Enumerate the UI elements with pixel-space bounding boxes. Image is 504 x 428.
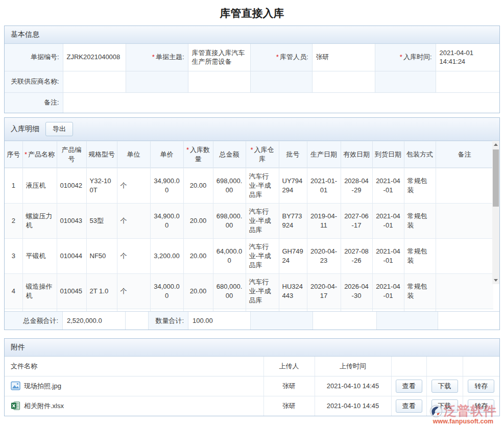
upload-time: 2021-04-10 14:45	[315, 376, 391, 396]
totals-row: 总金额合计: 2,520,000.0 数量合计: 100.00	[5, 311, 499, 330]
view-button[interactable]: 查看	[396, 380, 422, 393]
table-row[interactable]: 3平锻机010044NF50个 3,200.0020.0064,000.00 汽…	[5, 239, 493, 274]
attachments-title: 附件	[11, 343, 25, 352]
in-time-value[interactable]: 2021-04-01 14:41:24	[436, 44, 499, 71]
col-amount: 总金额	[213, 141, 246, 168]
col-upload-time: 上传时间	[315, 357, 391, 376]
col-unit: 单位	[117, 141, 150, 168]
col-seq: 序号	[5, 141, 22, 168]
subject-label: *单据主题:	[126, 44, 188, 71]
col-valid-date: 有效日期	[341, 141, 372, 168]
detail-grid-header: 序号 *产品名称 产品编号 规格型号 单位 单价 *入库数量 总金额 *入库仓库…	[5, 141, 494, 168]
col-remark: 备注	[436, 141, 493, 168]
attachment-row: 现场拍照.jpg 张研 2021-04-10 14:45 查看 下载 转存	[5, 376, 499, 396]
col-qty: *入库数量	[183, 141, 213, 168]
basic-info-panel: 基本信息 单据编号: ZJRK2021040008 *单据主题: 库管直接入库汽…	[4, 26, 500, 113]
required-asterisk: *	[250, 146, 253, 154]
export-button[interactable]: 导出	[45, 122, 73, 136]
total-qty-label: 数量合计:	[149, 312, 188, 330]
col-packing: 包装方式	[404, 141, 436, 168]
image-file-icon	[11, 381, 20, 391]
col-arrive-date: 到货日期	[372, 141, 404, 168]
subject-value[interactable]: 库管直接入库汽车生产所需设备	[188, 44, 250, 71]
required-asterisk: *	[400, 53, 402, 61]
excel-file-icon	[11, 401, 20, 411]
download-button[interactable]: 下载	[431, 399, 458, 413]
doc-no-value[interactable]: ZJRK2021040008	[63, 44, 126, 71]
col-spec: 规格型号	[86, 141, 117, 168]
file-name-link[interactable]: 现场拍照.jpg	[24, 382, 61, 391]
save-as-button[interactable]: 转存	[468, 380, 494, 393]
attachments-table: 文件名称 上传人 上传时间 现场拍照.jpg 张研 2021-04-10 14:…	[5, 357, 499, 416]
basic-info-header: 基本信息	[5, 26, 499, 44]
supplier-value[interactable]	[63, 71, 126, 92]
attachments-panel: 附件 文件名称 上传人 上传时间 现场拍照.jpg 张研 2021-04-10 …	[4, 338, 500, 416]
page: 库管直接入库 基本信息 单据编号: ZJRK2021040008 *单据主题: …	[0, 0, 504, 428]
total-amount-value: 2,520,000.0	[63, 312, 126, 330]
scrollbar-thumb[interactable]	[493, 149, 499, 207]
basic-info-form: 单据编号: ZJRK2021040008 *单据主题: 库管直接入库汽车生产所需…	[5, 44, 499, 113]
detail-header: 入库明细 导出	[5, 118, 499, 141]
table-row[interactable]: 1液压机010042Y32-100T个 34,900.0020.00698,00…	[5, 168, 493, 204]
upload-time: 2021-04-10 14:45	[315, 396, 391, 416]
remark-value[interactable]	[63, 92, 499, 113]
detail-panel: 入库明细 导出 序号 *产品名称 产品编号 规格型号 单位 单价 *入库数量 总…	[4, 117, 500, 330]
save-as-button[interactable]: 转存	[468, 399, 494, 413]
col-product-code: 产品编号	[57, 141, 86, 168]
attachment-row: 相关附件.xlsx 张研 2021-04-10 14:45 查看 下载 转存	[5, 396, 499, 416]
col-product-name: *产品名称	[22, 141, 57, 168]
download-button[interactable]: 下载	[431, 380, 458, 393]
table-row-partial	[5, 309, 493, 312]
basic-info-title: 基本信息	[11, 30, 39, 39]
doc-no-label: 单据编号:	[5, 44, 63, 71]
attachments-header: 附件	[5, 339, 499, 357]
uploader: 张研	[263, 376, 315, 396]
scroll-up-icon[interactable]	[492, 141, 499, 148]
total-qty-value: 100.00	[188, 312, 251, 330]
table-row[interactable]: 4锻造操作机0100452T 1.0个 34,000.0020.00680,00…	[5, 274, 493, 309]
supplier-label: 关联供应商名称:	[5, 71, 63, 92]
vertical-scrollbar[interactable]	[492, 141, 499, 284]
keeper-value[interactable]: 张研	[312, 44, 375, 71]
col-file-name: 文件名称	[5, 357, 263, 376]
col-warehouse: *入库仓库	[246, 141, 279, 168]
col-batch: 批号	[279, 141, 307, 168]
required-asterisk: *	[152, 53, 155, 61]
detail-grid: 序号 *产品名称 产品编号 规格型号 单位 单价 *入库数量 总金额 *入库仓库…	[5, 141, 499, 311]
total-amount-label: 总金额合计:	[5, 312, 63, 330]
view-button[interactable]: 查看	[396, 399, 422, 413]
table-row[interactable]: 2螺旋压力机01004353型个 34,900.0020.00698,000.0…	[5, 204, 493, 239]
vendor-url: www.fanpusoft.com	[424, 418, 502, 425]
detail-title: 入库明细	[11, 124, 39, 134]
col-prod-date: 生产日期	[307, 141, 341, 168]
required-asterisk: *	[276, 53, 279, 61]
scroll-down-icon[interactable]	[492, 276, 499, 284]
required-asterisk: *	[186, 146, 189, 154]
remark-label: 备注:	[5, 92, 63, 113]
in-time-label: *入库时间:	[375, 44, 436, 71]
col-uploader: 上传人	[263, 357, 315, 376]
uploader: 张研	[263, 396, 315, 416]
keeper-label: *库管人员:	[250, 44, 312, 71]
col-price: 单价	[150, 141, 183, 168]
file-name-link[interactable]: 相关附件.xlsx	[24, 401, 64, 411]
required-asterisk: *	[25, 150, 27, 158]
detail-grid-body: 1液压机010042Y32-100T个 34,900.0020.00698,00…	[5, 168, 493, 311]
page-title: 库管直接入库	[0, 0, 504, 26]
